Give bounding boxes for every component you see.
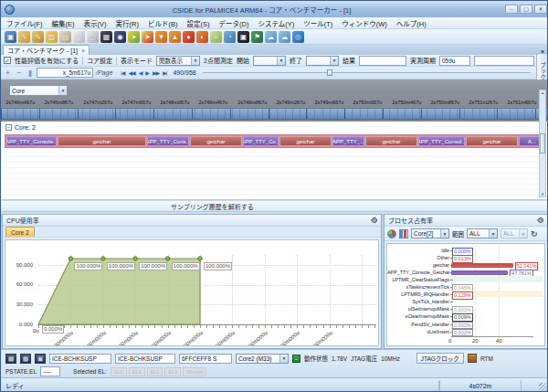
function-block-getchar[interactable]: getchar xyxy=(190,136,242,146)
vertical-scrollbar[interactable]: ▲▼ xyxy=(539,90,546,197)
page-nav-button-3[interactable]: ▶ xyxy=(145,69,149,76)
menu-item-e[interactable]: 編集(E) xyxy=(52,18,75,28)
function-block-APPTTY[interactable]: APP_TTY_... xyxy=(332,136,364,146)
refresh-icon[interactable]: ↻ xyxy=(531,229,538,238)
break-all-icon[interactable]: ◐ xyxy=(196,31,208,43)
fit-width-button[interactable]: ||| xyxy=(26,69,34,78)
tab-core-benchmark[interactable]: コア・ベンチマーク - [1] × xyxy=(3,45,90,55)
proc-core-select[interactable]: Core[2]▼ xyxy=(411,228,449,238)
el-option-el2: EL2 xyxy=(147,367,163,376)
start-select[interactable]: ▼ xyxy=(253,56,286,66)
upload-icon[interactable]: ▲ xyxy=(169,31,181,43)
layers-icon[interactable]: ≡ xyxy=(210,31,222,43)
run-state-label: 動作状態 xyxy=(304,354,328,363)
status-core-select[interactable]: Core2 (M33)▼ xyxy=(236,354,289,364)
flag-icon[interactable]: ⚑ xyxy=(251,31,263,43)
maximize-button[interactable]: ▢ xyxy=(520,5,532,14)
cpu-state-icon[interactable]: ▦ xyxy=(5,354,16,364)
ice-status-field-2: ICE-BCHKSUSP xyxy=(115,354,175,364)
cpu-state3-icon[interactable]: ▣ xyxy=(35,354,46,364)
menu-item-f[interactable]: ファイル(F) xyxy=(6,18,43,28)
result-field[interactable] xyxy=(359,56,406,66)
folder-icon[interactable]: ▨ xyxy=(46,31,58,43)
perf-eval-checkbox[interactable]: ✓ xyxy=(4,57,11,64)
category-tick xyxy=(450,302,453,302)
run-icon[interactable]: ➤ xyxy=(128,31,140,43)
scale-field[interactable]: x_5m617u xyxy=(37,68,93,78)
page-nav-button-5[interactable]: ▶| xyxy=(163,69,166,76)
cpu-state2-icon[interactable]: ▦ xyxy=(20,354,31,364)
menu-item-w[interactable]: ウィンドウ(W) xyxy=(342,18,387,28)
core-group-header[interactable]: − Core: 2 xyxy=(5,124,36,131)
menu-item-b[interactable]: ビルド(B) xyxy=(148,18,178,28)
download-icon[interactable]: ▼ xyxy=(155,31,167,43)
scroll-thumb[interactable] xyxy=(540,133,545,154)
cpu-usage-panel: CPU使用率 Core 2 0.00030.00060.00090.0000.0… xyxy=(2,214,382,349)
resize-grip[interactable] xyxy=(539,383,548,392)
capture-icon[interactable]: ▣ xyxy=(237,31,249,43)
function-block-APPTTYConsole[interactable]: APP_TTY_Console... xyxy=(6,136,57,146)
pie-chart-icon[interactable] xyxy=(387,229,396,238)
extra-field[interactable] xyxy=(474,56,534,66)
close-button[interactable]: ✕ xyxy=(534,5,547,14)
slider-thumb[interactable] xyxy=(327,69,332,76)
stop-icon[interactable]: ➤ xyxy=(142,31,153,43)
tab-core2[interactable]: Core 2 xyxy=(5,227,35,237)
zoom-in-button[interactable]: + xyxy=(4,69,12,78)
cloud-sync-icon[interactable]: ☁ xyxy=(279,31,290,43)
pstate-label: PSTATE.EL xyxy=(5,368,37,375)
core-config-button[interactable]: コア設定 xyxy=(87,56,112,65)
page-nav-button-2[interactable]: ◀ xyxy=(139,69,142,76)
break-icon[interactable]: ● xyxy=(183,31,195,43)
jtag-clock-button[interactable]: JTAGクロック xyxy=(416,353,464,364)
bar-category-label: ulSetInterruptMask xyxy=(387,306,449,312)
tab-close-icon[interactable]: × xyxy=(81,48,85,54)
period-field[interactable]: 059u xyxy=(439,56,470,66)
function-block-APPTTYConsol[interactable]: APP_TTY_Consol... xyxy=(418,136,465,146)
function-block-getchar[interactable]: getchar xyxy=(279,136,332,146)
timeline-slider[interactable] xyxy=(203,72,531,73)
menu-item-s[interactable]: 設定(S) xyxy=(187,18,210,28)
zoom-out-button[interactable]: − xyxy=(15,69,23,78)
collapse-icon[interactable]: − xyxy=(5,124,12,131)
display-mode-select[interactable]: 関数表示▼ xyxy=(156,56,200,66)
menu-item-r[interactable]: 実行(R) xyxy=(116,18,139,28)
range-select[interactable]: ALL▼ xyxy=(467,228,498,238)
page-nav-button-4[interactable]: ▶▶ xyxy=(153,69,159,76)
pin-icon[interactable] xyxy=(371,217,378,224)
cloud-icon[interactable]: ☁ xyxy=(265,31,277,43)
page-nav-button-0[interactable]: |◀ xyxy=(121,69,124,76)
end-select[interactable]: ▼ xyxy=(306,56,339,66)
function-block-getchar[interactable]: getchar xyxy=(58,136,146,146)
menu-item-y[interactable]: システム(Y) xyxy=(258,18,294,28)
function-block-APPTTYCons[interactable]: APP_TTY_Cons... xyxy=(147,136,189,146)
analyze-history-link[interactable]: サンプリング履歴を解析する xyxy=(171,202,254,211)
globe-icon[interactable]: ◎ xyxy=(292,31,304,43)
menu-item-d[interactable]: データ(D) xyxy=(219,18,249,28)
save-edit-icon[interactable]: ✎ xyxy=(32,31,44,43)
function-block-getchar[interactable]: getchar xyxy=(466,136,518,146)
menu-item-v[interactable]: 表示(V) xyxy=(84,18,107,28)
binoculars-icon[interactable]: ◉ xyxy=(114,31,126,43)
scroll-up-icon[interactable]: ▲ xyxy=(541,90,544,95)
page-nav-button-1[interactable]: ◀◀ xyxy=(128,69,134,76)
watch-icon[interactable]: ◔ xyxy=(224,31,236,43)
open-edit-icon[interactable]: ✎ xyxy=(18,31,30,43)
floppy-icon[interactable]: ▦ xyxy=(100,31,112,43)
timeline-ruler[interactable] xyxy=(1,108,548,120)
display-icon[interactable]: ▣ xyxy=(5,31,16,43)
function-block-APPTTYCo[interactable]: APP_TTY_Co... xyxy=(243,136,279,146)
scroll-down-icon[interactable]: ▼ xyxy=(541,192,544,196)
menu-item-t[interactable]: ツール(T) xyxy=(303,18,332,28)
cpu-panel-header: CPU使用率 xyxy=(3,215,381,227)
clipboard-icon[interactable]: ▤ xyxy=(59,31,71,43)
menu-item-h[interactable]: ヘルプ(H) xyxy=(396,18,427,28)
bar-value-label: 0.002% xyxy=(452,329,473,337)
minimize-button[interactable]: – xyxy=(505,5,518,14)
core-select[interactable]: Core▼ xyxy=(9,85,68,96)
bar-chart-icon[interactable] xyxy=(399,229,408,238)
page-copy-icon[interactable]: ▢ xyxy=(87,31,99,43)
pin-icon[interactable] xyxy=(537,217,544,224)
page-icon[interactable]: ▢ xyxy=(73,31,85,43)
function-block-getchar[interactable]: getchar xyxy=(365,136,417,146)
